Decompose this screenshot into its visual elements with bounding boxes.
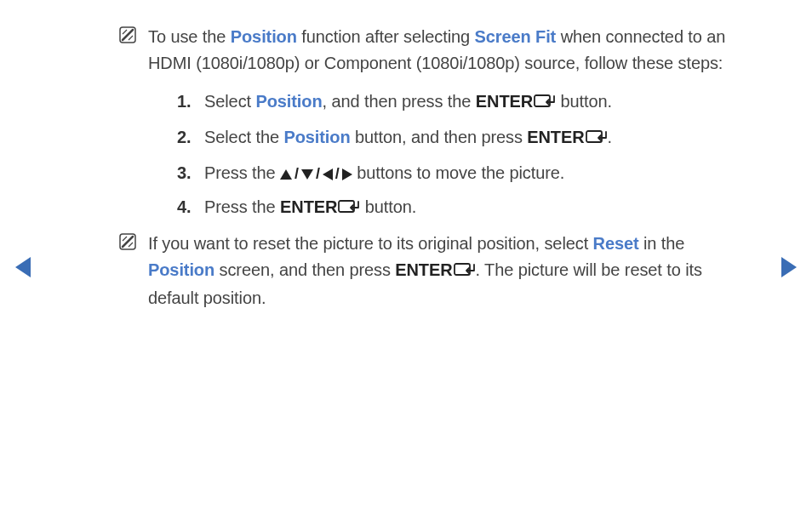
position-link: Position	[148, 260, 214, 279]
text: button, and then press	[351, 128, 528, 146]
steps-list: Select Position, and then press the ENTE…	[177, 88, 752, 222]
arrow-up-icon	[280, 169, 292, 180]
text: To use the	[148, 27, 231, 46]
enter-icon	[454, 259, 476, 285]
text: Select the	[204, 128, 283, 146]
step-item-4: Press the ENTER button.	[177, 194, 752, 222]
svg-line-9	[123, 237, 127, 241]
position-link: Position	[283, 128, 350, 146]
text: /	[316, 163, 320, 186]
enter-icon	[586, 126, 608, 152]
arrow-left-icon	[323, 168, 333, 180]
text: .	[608, 128, 612, 146]
arrow-down-icon	[301, 169, 313, 180]
text: Press the	[204, 163, 280, 182]
text: , and then press the	[323, 92, 476, 111]
position-link: Position	[231, 27, 297, 46]
enter-label: ENTER	[280, 197, 337, 216]
step-item-1: Select Position, and then press the ENTE…	[177, 88, 752, 117]
enter-icon	[534, 90, 556, 117]
screen-fit-link: Screen Fit	[474, 27, 556, 46]
text: /	[294, 163, 299, 186]
note-text-1: To use the Position function after selec…	[148, 24, 752, 77]
note-text-2: If you want to reset the picture to its …	[148, 231, 752, 311]
enter-label: ENTER	[476, 92, 533, 111]
arrow-right-icon	[342, 168, 352, 180]
step-item-2: Select the Position button, and then pre…	[177, 124, 752, 152]
note-icon	[119, 26, 136, 43]
enter-icon	[338, 196, 360, 222]
enter-label: ENTER	[527, 128, 584, 146]
svg-line-3	[129, 36, 133, 40]
dpad-icons: ///	[280, 163, 352, 186]
nav-next-arrow[interactable]	[781, 257, 797, 277]
text: /	[335, 163, 340, 186]
note-block-1: To use the Position function after selec…	[119, 24, 752, 222]
note-block-2: If you want to reset the picture to its …	[119, 231, 752, 311]
nav-prev-arrow[interactable]	[15, 257, 31, 277]
text: function after selecting	[297, 27, 475, 46]
text: buttons to move the picture.	[352, 163, 564, 182]
reset-link: Reset	[593, 234, 639, 253]
position-link: Position	[255, 92, 322, 111]
document-content: To use the Position function after selec…	[0, 0, 812, 311]
text: button.	[360, 197, 416, 216]
enter-label: ENTER	[395, 260, 452, 279]
svg-line-2	[123, 30, 127, 34]
svg-line-1	[123, 30, 133, 40]
text: button.	[556, 92, 612, 111]
text: If you want to reset the picture to its …	[148, 234, 593, 253]
step-item-3: Press the /// buttons to move the pictur…	[177, 160, 752, 186]
text: in the	[639, 234, 685, 253]
note-icon	[119, 233, 136, 250]
text: screen, and then press	[214, 260, 395, 279]
text: Select	[204, 92, 255, 111]
svg-line-8	[123, 237, 133, 247]
text: Press the	[204, 197, 280, 216]
svg-line-10	[129, 243, 133, 247]
